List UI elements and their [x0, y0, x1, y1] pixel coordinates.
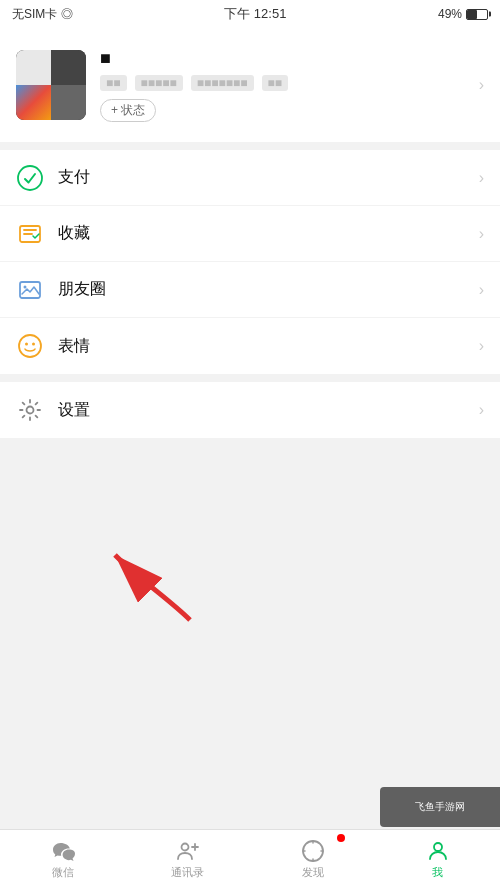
payment-chevron: › [479, 169, 484, 187]
tab-me[interactable]: 我 [375, 830, 500, 889]
favorites-label: 收藏 [58, 223, 465, 244]
menu-section: 支付 › 收藏 › 朋友圈 [0, 150, 500, 374]
tab-wechat[interactable]: 微信 [0, 830, 125, 889]
status-tag[interactable]: + 状态 [100, 99, 156, 122]
menu-item-favorites[interactable]: 收藏 › [0, 206, 500, 262]
settings-label: 设置 [58, 400, 465, 421]
tab-contacts-label: 通讯录 [171, 865, 204, 880]
content-area: ■ ■■ ■■■■■ ■■■■■■■ ■■ + 状态 › 支付 [0, 28, 500, 829]
svg-point-5 [25, 343, 28, 346]
subtitle-item-1: ■■ [100, 75, 127, 91]
subtitle-item-3: ■■■■■■■ [191, 75, 254, 91]
favorites-chevron: › [479, 225, 484, 243]
stickers-icon [16, 332, 44, 360]
wechat-tab-icon [51, 839, 75, 863]
profile-info: ■ ■■ ■■■■■ ■■■■■■■ ■■ + 状态 [100, 48, 465, 122]
profile-section[interactable]: ■ ■■ ■■■■■ ■■■■■■■ ■■ + 状态 › [0, 28, 500, 142]
tab-discover[interactable]: 发现 [250, 830, 375, 889]
tab-contacts[interactable]: 通讯录 [125, 830, 250, 889]
svg-point-3 [24, 285, 27, 288]
profile-subtitle: ■■ ■■■■■ ■■■■■■■ ■■ [100, 75, 465, 91]
profile-name-text: ■ [100, 48, 111, 69]
spacer [0, 446, 500, 829]
stickers-label: 表情 [58, 336, 465, 357]
svg-point-4 [19, 335, 41, 357]
menu-item-settings[interactable]: 设置 › [0, 382, 500, 438]
status-tag-label: + 状态 [111, 102, 145, 119]
battery-icon [466, 9, 488, 20]
discover-tab-icon [301, 839, 325, 863]
battery-fill [467, 10, 477, 19]
payment-icon [16, 164, 44, 192]
watermark: 飞鱼手游网 [380, 787, 500, 827]
status-right: 49% [438, 7, 488, 21]
svg-point-0 [18, 166, 42, 190]
status-bar: 无SIM卡 ◎ 下午 12:51 49% [0, 0, 500, 28]
profile-chevron: › [479, 76, 484, 94]
me-tab-icon [426, 839, 450, 863]
favorites-icon [16, 220, 44, 248]
menu-item-stickers[interactable]: 表情 › [0, 318, 500, 374]
status-time: 下午 12:51 [224, 5, 286, 23]
settings-chevron: › [479, 401, 484, 419]
profile-name: ■ [100, 48, 465, 69]
settings-section: 设置 › [0, 382, 500, 438]
menu-item-moments[interactable]: 朋友圈 › [0, 262, 500, 318]
svg-point-11 [434, 843, 442, 851]
svg-point-6 [32, 343, 35, 346]
moments-chevron: › [479, 281, 484, 299]
moments-icon [16, 276, 44, 304]
subtitle-item-4: ■■ [262, 75, 289, 91]
tab-wechat-label: 微信 [52, 865, 74, 880]
svg-point-10 [303, 841, 323, 861]
payment-label: 支付 [58, 167, 465, 188]
tab-me-label: 我 [432, 865, 443, 880]
sim-text: 无SIM卡 ◎ [12, 6, 73, 23]
tab-discover-label: 发现 [302, 865, 324, 880]
status-left: 无SIM卡 ◎ [12, 6, 73, 23]
moments-label: 朋友圈 [58, 279, 465, 300]
stickers-chevron: › [479, 337, 484, 355]
watermark-text: 飞鱼手游网 [415, 800, 465, 814]
settings-icon [16, 396, 44, 424]
tab-bar: 微信 通讯录 发现 我 [0, 829, 500, 889]
svg-point-9 [181, 844, 188, 851]
svg-point-7 [27, 407, 34, 414]
subtitle-item-2: ■■■■■ [135, 75, 183, 91]
menu-item-payment[interactable]: 支付 › [0, 150, 500, 206]
battery-percent: 49% [438, 7, 462, 21]
avatar[interactable] [16, 50, 86, 120]
contacts-tab-icon [176, 839, 200, 863]
